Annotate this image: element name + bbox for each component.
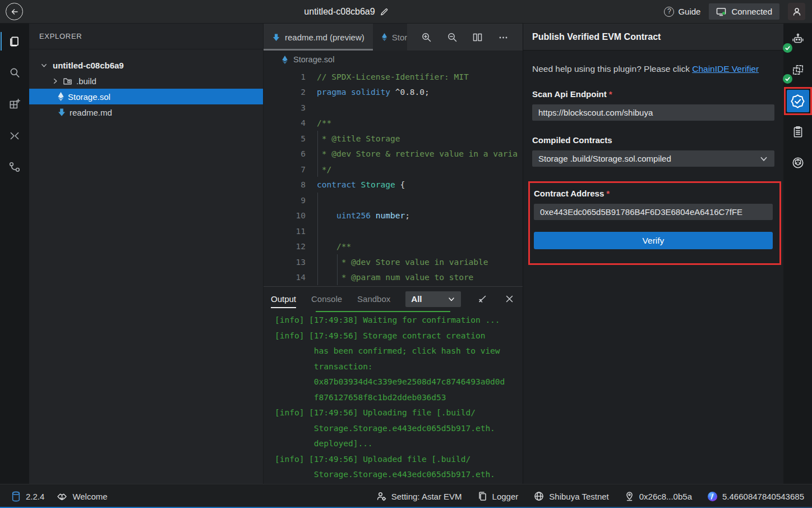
scan-api-endpoint-input[interactable] — [532, 104, 774, 121]
clipboard-plugin-button[interactable] — [787, 121, 809, 143]
collapse-activity-button[interactable] — [1, 122, 29, 149]
root-folder-label: untitled-c08cb6a9 — [53, 61, 124, 70]
editor-group: readme.md (preview) Stor — [264, 24, 523, 484]
file-tree: untitled-c08cb6a9 .build Storage.sol rea… — [29, 49, 263, 120]
label-text: Scan Api Endpoint — [532, 89, 607, 99]
tree-item-readme-md[interactable]: readme.md — [29, 104, 263, 120]
question-icon: ? — [664, 7, 674, 17]
left-activity-bar — [0, 24, 29, 484]
log-line: has been confirmed; click hash to view — [275, 344, 523, 359]
edit-pencil-icon[interactable] — [380, 7, 389, 16]
user-avatar-button[interactable] — [788, 3, 805, 20]
setting-item[interactable]: Setting: Astar EVM — [376, 491, 462, 501]
ethereum-icon — [381, 33, 387, 42]
contract-address-highlight: Contract Address* Verify — [528, 181, 781, 265]
output-log[interactable]: [info] [17:49:38] Waiting for confirmati… — [264, 311, 523, 484]
sandbox-plugin-button[interactable] — [787, 59, 809, 81]
workspace-title-group: untitled-c08cb6a9 — [304, 7, 389, 17]
contract-address-input[interactable] — [534, 204, 773, 220]
log-line: Storage.Storage.e443edc065d5b917.eth. — [275, 421, 523, 437]
tab-storage-sol[interactable]: Stor — [373, 24, 408, 51]
tab-console[interactable]: Console — [311, 287, 342, 311]
code-line: 12 /** — [264, 239, 523, 255]
code-line: 10 uint256 number; — [264, 208, 523, 224]
verifier-plugin-button[interactable] — [787, 90, 809, 112]
collapse-icon — [8, 129, 21, 143]
compiled-contracts-field: Compiled Contracts Storage .build/Storag… — [532, 135, 774, 167]
split-editor-button[interactable] — [471, 31, 484, 44]
version-item[interactable]: 2.2.4 — [11, 491, 44, 502]
files-icon — [8, 35, 21, 48]
zoom-out-icon — [447, 32, 458, 43]
database-icon — [11, 491, 21, 502]
chatgpt-plugin-button[interactable] — [787, 152, 809, 174]
success-check-badge — [783, 74, 792, 84]
tree-root-folder[interactable]: untitled-c08cb6a9 — [29, 57, 263, 73]
search-icon — [8, 66, 21, 80]
breadcrumb[interactable]: Storage.sol — [264, 51, 523, 68]
code-line: 4/** — [264, 116, 523, 131]
chevron-down-icon — [40, 62, 48, 69]
code-editor[interactable]: 1// SPDX-License-Identifier: MIT2pragma … — [264, 68, 523, 286]
log-line: [info] [17:49:56] Uploading file [.build… — [275, 405, 523, 421]
log-line: [info] [17:49:56] Uploaded file [.build/ — [275, 452, 523, 468]
plugin-help-text: Need help using this plugin? Please clic… — [532, 64, 774, 74]
markdown-icon — [272, 33, 280, 42]
explorer-header: EXPLORER — [29, 24, 263, 49]
log-line: transaction: — [275, 359, 523, 375]
chainide-verifier-link[interactable]: ChainIDE Verifier — [692, 64, 759, 74]
zoom-in-button[interactable] — [420, 31, 433, 44]
compiled-contracts-label: Compiled Contracts — [532, 135, 774, 145]
explorer-activity-button[interactable] — [1, 28, 29, 54]
more-actions-button[interactable] — [497, 31, 510, 44]
right-plugin-bar — [783, 24, 812, 484]
tab-sandbox[interactable]: Sandbox — [357, 287, 390, 311]
connected-button[interactable]: Connected — [709, 3, 779, 20]
markdown-icon — [57, 108, 66, 117]
code-line: 13 * @dev Store value in variable — [264, 254, 523, 270]
logger-item[interactable]: Logger — [478, 491, 519, 501]
statusbar: 2.2.4 Welcome Setting: Astar EVM Logger — [0, 484, 812, 508]
compiled-contracts-value: Storage .build/Storage.sol.compiled — [538, 154, 671, 163]
log-filter-select[interactable]: All — [405, 291, 461, 307]
deploy-activity-button[interactable] — [1, 154, 29, 180]
guide-button[interactable]: ? Guide — [664, 7, 700, 17]
code-line: 3 — [264, 100, 523, 116]
compiled-contracts-select[interactable]: Storage .build/Storage.sol.compiled — [532, 150, 774, 167]
network-item[interactable]: Shibuya Testnet — [534, 491, 608, 501]
location-pin-icon — [625, 491, 634, 501]
log-lines: [info] [17:49:38] Waiting for confirmati… — [275, 313, 523, 483]
wallet-address-item[interactable]: 0x26c8...0b5a — [625, 491, 692, 501]
clear-output-button[interactable] — [476, 293, 488, 305]
ethereum-icon — [282, 55, 288, 65]
zoom-in-icon — [421, 32, 432, 43]
titlebar: untitled-c08cb6a9 ? Guide Connected — [0, 0, 812, 24]
back-button[interactable] — [6, 3, 23, 20]
verified-badge-icon — [791, 94, 805, 108]
code-line: 7 */ — [264, 162, 523, 177]
connected-label: Connected — [731, 7, 772, 16]
log-line: Storage.Storage.e443edc065d5b917.eth. — [275, 467, 523, 483]
astar-token-icon — [708, 492, 717, 501]
balance-item[interactable]: 5.4660847840543685 — [708, 492, 804, 501]
code-line: 8contract Storage { — [264, 177, 523, 193]
code-lines: 1// SPDX-License-Identifier: MIT2pragma … — [264, 69, 523, 285]
welcome-item[interactable]: Welcome — [57, 492, 107, 501]
file-label: .build — [76, 76, 96, 86]
overlapping-squares-icon — [791, 63, 805, 77]
close-panel-button[interactable] — [504, 293, 515, 305]
tab-output[interactable]: Output — [271, 287, 296, 311]
search-activity-button[interactable] — [1, 60, 29, 86]
tab-readme-preview[interactable]: readme.md (preview) — [264, 24, 373, 51]
code-line: 2pragma solidity ^0.8.0; — [264, 85, 523, 100]
tree-item-build[interactable]: .build — [29, 73, 263, 89]
clipboard-icon — [791, 125, 805, 139]
tree-item-storage-sol[interactable]: Storage.sol — [29, 89, 263, 104]
zoom-out-button[interactable] — [446, 31, 459, 44]
log-line: [info] [17:49:38] Waiting for confirmati… — [275, 313, 523, 328]
robot-icon — [791, 33, 805, 46]
extensions-activity-button[interactable] — [1, 91, 29, 117]
verify-button[interactable]: Verify — [534, 232, 773, 249]
ai-assistant-plugin-button[interactable] — [787, 28, 809, 51]
chevron-right-icon — [52, 77, 59, 85]
